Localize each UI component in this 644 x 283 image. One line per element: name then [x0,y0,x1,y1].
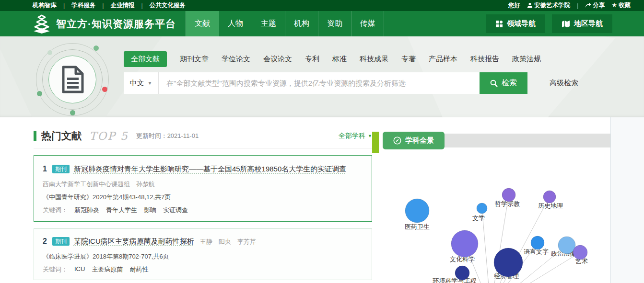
search-box: 中文 ▼ 检索 [124,72,527,94]
nav-tab-institutions[interactable]: 机构 [285,11,318,36]
hot-doc-item-2: 2期刊某院ICU病区主要病原菌及耐药性探析王静 阳央 李芳芹 《临床医学进展》2… [34,228,372,280]
nav-tab-documents[interactable]: 文献 [186,11,219,36]
topbar-link-subject-service[interactable]: 学科服务 [71,1,95,10]
nav-tab-funding[interactable]: 资助 [318,11,351,36]
greeting-text: 您好 [508,1,520,10]
hot-doc-item-1: 1期刊新冠肺炎疫情对青年大学生影响研究——基于全国45所高校19850名大学生的… [34,155,372,222]
doc-authors: 王静 阳央 李芳芹 [200,238,256,245]
panorama-header-strip: 学科全景 [383,134,610,147]
svg-text:医药卫生: 医药卫生 [405,223,430,230]
nav-tabs: 文献 人物 主题 机构 资助 传媒 [186,11,384,36]
subject-panorama-chart[interactable]: 医药卫生文学哲学宗教历史地理文化科学环境科学与工程经济管理语言文字政治法律艺术 [372,149,600,283]
subject-filter-dropdown[interactable]: 全部学科 ▼ [339,132,372,140]
doc-source: 《临床医学进展》2018年第8期702-707,共6页 [43,252,363,261]
keyword-link[interactable]: 青年大学生 [106,206,137,215]
updated-time: 更新时间：2021-11-01 [136,132,199,140]
search-banner: 全部文献 期刊文章 学位论文 会议论文 专利 标准 科技成果 专著 产品样本 科… [0,36,644,117]
hot-documents-panel: 热门文献 TOP 5 更新时间：2021-11-01 全部学科 ▼ 1期刊新冠肺… [34,117,372,283]
journal-badge: 期刊 [52,165,70,173]
advanced-search-link[interactable]: 高级检索 [550,79,578,88]
doc-type-tabs: 全部文献 期刊文章 学位论文 会议论文 专利 标准 科技成果 专著 产品样本 科… [124,51,584,67]
site-logo[interactable]: 智立方·知识资源服务平台 [0,11,186,36]
doc-tab-patent[interactable]: 专利 [305,55,319,64]
main-nav: 智立方·知识资源服务平台 文献 人物 主题 机构 资助 传媒 领域导航 地区导航 [0,11,644,36]
doc-keywords: 关键词： 新冠肺炎 青年大学生 影响 实证调查 [43,206,363,215]
hot-documents-title: 热门文献 [41,129,82,143]
language-select[interactable]: 中文 ▼ [124,72,159,94]
section-accent-bar [34,131,36,141]
top5-label: TOP 5 [89,130,129,142]
emblem-dot [37,91,42,96]
doc-title-link[interactable]: 某院ICU病区主要病原菌及耐药性探析 [74,237,194,245]
rank-number: 2 [43,237,47,245]
svg-text:环境科学与工程: 环境科学与工程 [433,277,477,283]
svg-text:文学: 文学 [472,215,485,222]
doc-title-link[interactable]: 新冠肺炎疫情对青年大学生影响研究——基于全国45所高校19850名大学生的实证调… [74,165,346,173]
favorite-button[interactable]: ★收藏 [611,1,631,10]
doc-tab-conference[interactable]: 会议论文 [263,55,292,64]
doc-tab-policy[interactable]: 政策法规 [512,55,541,64]
page-background [611,117,644,283]
search-button[interactable]: 检索 [480,72,527,94]
subject-panorama-tab[interactable]: 学科全景 [383,132,445,149]
doc-tab-thesis[interactable]: 学位论文 [222,55,250,64]
rank-number: 1 [43,165,47,173]
compass-icon [393,136,401,145]
keyword-link[interactable]: 主要病原菌 [92,265,123,274]
region-navigation-button[interactable]: 地区导航 [552,14,612,33]
map-icon [562,20,570,28]
search-module: 全部文献 期刊文章 学位论文 会议论文 专利 标准 科技成果 专著 产品样本 科… [124,51,584,94]
doc-keywords: 关键词： ICU 主要病原菌 耐药性 [43,265,363,274]
nav-tab-media[interactable]: 传媒 [351,11,384,36]
keywords-label: 关键词： [43,206,68,215]
share-button[interactable]: 分享 [585,1,605,10]
keywords-label: 关键词： [43,265,68,274]
doc-tab-standard[interactable]: 标准 [332,55,347,64]
top-utility-bar: 机构智库| 学科服务| 企业情报| 公共文化服务 您好 安徽艺术学院 | 分享 … [0,0,644,11]
document-icon [59,65,85,94]
subject-panorama-panel: 学科全景 医药卫生文学哲学宗教历史地理文化科学环境科学与工程经济管理语言文字政治… [372,117,610,283]
keyword-link[interactable]: 影响 [144,206,156,215]
search-input[interactable] [159,72,480,94]
doc-tab-journal[interactable]: 期刊文章 [180,55,209,64]
search-icon [490,79,498,87]
cube-logo-icon [32,14,52,34]
user-icon [527,2,533,8]
doc-tab-all[interactable]: 全部文献 [124,51,167,67]
doc-tab-report[interactable]: 科技报告 [470,55,499,64]
keyword-link[interactable]: 新冠肺炎 [74,206,99,215]
logo-text: 智立方·知识资源服务平台 [56,17,176,31]
star-icon: ★ [611,1,617,9]
doc-tab-sample[interactable]: 产品样本 [429,55,457,64]
journal-badge: 期刊 [52,237,70,246]
chevron-down-icon: ▼ [148,80,152,86]
nav-tab-people[interactable]: 人物 [219,11,252,36]
keyword-link[interactable]: ICU [74,265,85,274]
share-icon [585,2,591,8]
lime-accent-bar [372,132,379,153]
topbar-link-institution[interactable]: 机构智库 [33,1,57,10]
content-area: 热门文献 TOP 5 更新时间：2021-11-01 全部学科 ▼ 1期刊新冠肺… [0,117,611,283]
nav-tab-topics[interactable]: 主题 [252,11,285,36]
chevron-down-icon: ▼ [368,134,372,138]
domain-nav-icon [495,20,503,28]
keyword-link[interactable]: 耐药性 [129,265,148,274]
topbar-link-public-culture[interactable]: 公共文化服务 [150,1,186,10]
doc-tab-achievement[interactable]: 科技成果 [360,55,388,64]
document-emblem [36,43,109,116]
account-link[interactable]: 安徽艺术学院 [527,1,570,10]
domain-navigation-button[interactable]: 领域导航 [486,14,545,33]
keyword-link[interactable]: 实证调查 [163,206,188,215]
topbar-link-enterprise[interactable]: 企业情报 [111,1,135,10]
doc-tab-monograph[interactable]: 专著 [401,55,416,64]
emblem-dot [94,45,99,51]
doc-authors: 西南大学新学工创新中心课题组 孙楚航 [43,180,363,189]
doc-source: 《中国青年研究》2020年第4期43-48,12,共7页 [43,193,363,202]
